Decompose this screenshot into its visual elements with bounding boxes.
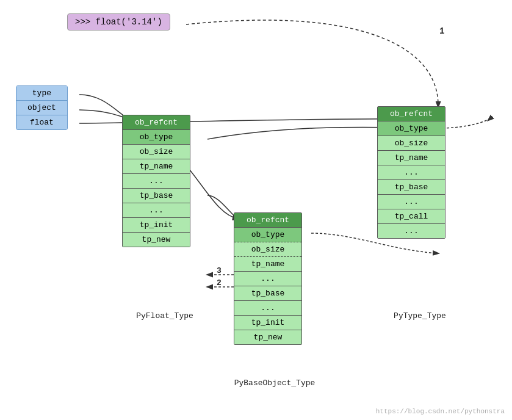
pybase-row-0: ob_refcnt xyxy=(234,213,301,228)
pytype-box: ob_refcnt ob_type ob_size tp_name ... tp… xyxy=(377,106,445,239)
svg-text:3: 3 xyxy=(217,266,222,275)
pybase-row-7: tp_init xyxy=(234,316,301,330)
pytype-row-8: ... xyxy=(378,224,445,238)
pyfloat-row-2: ob_size xyxy=(123,145,190,159)
pybase-label: PyBaseObject_Type xyxy=(220,378,330,388)
svg-text:1: 1 xyxy=(439,26,444,36)
pybase-box: ob_refcnt ob_type ob_size tp_name ... tp… xyxy=(234,212,302,345)
tof-box: type object float xyxy=(16,85,68,130)
pytype-label: PyType_Type xyxy=(377,311,463,320)
pytype-row-4: ... xyxy=(378,165,445,180)
svg-text:2: 2 xyxy=(217,278,222,288)
pytype-row-2: ob_size xyxy=(378,136,445,151)
pytype-row-3: tp_name xyxy=(378,151,445,165)
pyfloat-row-3: tp_name xyxy=(123,159,190,174)
pybase-row-4: ... xyxy=(234,272,301,286)
code-box: >>> float('3.14') xyxy=(67,13,170,31)
pyfloat-row-1: ob_type xyxy=(123,130,190,145)
pyfloat-label: PyFloat_Type xyxy=(122,311,207,320)
pytype-row-6: ... xyxy=(378,195,445,209)
watermark: https://blog.csdn.net/pythonstra xyxy=(376,408,505,415)
code-text: >>> float('3.14') xyxy=(75,17,162,27)
pybase-row-3: tp_name xyxy=(234,257,301,272)
tof-row-type: type xyxy=(16,86,67,101)
pybase-row-5: tp_base xyxy=(234,286,301,301)
pybase-row-2: ob_size xyxy=(234,242,301,257)
pytype-row-0: ob_refcnt xyxy=(378,107,445,121)
pyfloat-row-8: tp_new xyxy=(123,233,190,247)
pytype-row-5: tp_base xyxy=(378,180,445,195)
pyfloat-row-0: ob_refcnt xyxy=(123,115,190,130)
tof-row-object: object xyxy=(16,101,67,115)
tof-row-float: float xyxy=(16,115,67,129)
pybase-row-8: tp_new xyxy=(234,330,301,344)
pyfloat-row-7: tp_init xyxy=(123,218,190,233)
pyfloat-row-5: tp_base xyxy=(123,189,190,203)
pytype-row-7: tp_call xyxy=(378,209,445,224)
pyfloat-box: ob_refcnt ob_type ob_size tp_name ... tp… xyxy=(122,115,190,247)
diagram: 1 3 2 >>> float('3.14') type obje xyxy=(0,0,512,420)
pytype-row-1: ob_type xyxy=(378,121,445,136)
pyfloat-row-6: ... xyxy=(123,203,190,218)
pyfloat-row-4: ... xyxy=(123,174,190,189)
pybase-row-6: ... xyxy=(234,301,301,316)
pybase-row-1: ob_type xyxy=(234,228,301,242)
